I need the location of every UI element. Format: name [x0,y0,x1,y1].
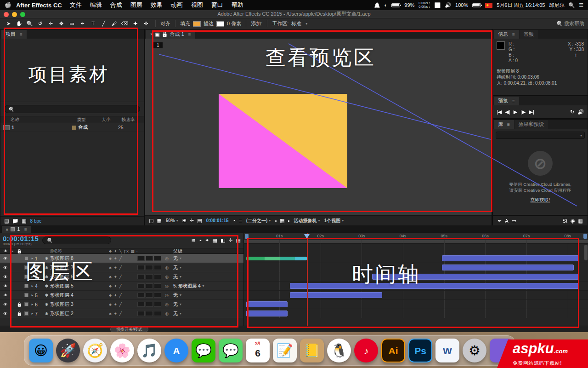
eye-toggle-icon[interactable]: 👁 [2,311,9,316]
parent-pickwhip-icon[interactable]: ◎ [163,284,170,288]
label-color-chip[interactable] [23,275,30,279]
timeline-bar-row-3[interactable] [244,272,588,282]
parent-pickwhip-icon[interactable]: ◎ [163,265,170,270]
timeline-bar-row-1[interactable] [244,254,588,263]
timeline-bar-row-6[interactable] [244,300,588,309]
spotlight-search-icon[interactable]: 🔍 [568,2,575,8]
layer-name[interactable]: 形状图层 5 [50,283,109,289]
navigator-handle-right[interactable] [583,234,587,239]
parent-pickwhip-icon[interactable]: ◎ [163,293,170,298]
blend-mode-boxes[interactable] [137,256,163,261]
toolbar-tool-5[interactable]: ✛ [46,21,56,27]
parent-pickwhip-icon[interactable]: ◎ [163,256,170,261]
panel-menu-icon[interactable]: ≡ [24,227,27,232]
parent-select[interactable]: 5. 形状图层 4▾ [170,283,243,289]
expand-arrow-icon[interactable]: ▸ [30,265,35,270]
mode-box[interactable] [146,311,153,316]
dock-netease-music[interactable]: ♪ [354,339,378,362]
menubar-item-6[interactable]: 动画 [171,1,183,9]
timeline-comp-tab[interactable]: × 1 ≡ [2,226,31,233]
zoom-window-button[interactable] [20,12,25,17]
mode-box[interactable] [137,265,145,270]
iconbar-left-icon-2[interactable]: A [505,218,508,224]
bit-depth-button[interactable]: 8 bpc [30,218,41,224]
timeline-bar-row-2[interactable] [244,263,588,272]
menubar-item-8[interactable]: 窗口 [211,1,223,9]
layer-duration-bar[interactable] [372,274,578,280]
dock-contacts[interactable]: 📒 [300,339,324,362]
eye-toggle-icon[interactable]: 👁 [2,284,9,288]
toolbar-tool-1[interactable]: ➤ [4,21,13,27]
mode-box[interactable] [146,274,153,279]
active-camera-select[interactable]: 活动摄像机▾ [294,218,320,224]
fill-label[interactable]: 填充 [180,20,190,27]
layer-duration-bar[interactable] [246,310,288,316]
dock-app-store[interactable]: A [164,339,188,362]
timeline-option-icon-2[interactable]: ◔ [199,238,202,243]
volume-icon[interactable]: 🔊 [445,2,451,8]
layer-duration-bar[interactable] [290,292,382,298]
label-color-chip[interactable] [23,256,30,260]
transport-icon-1[interactable]: |◀ [497,109,502,115]
dock-wechat[interactable]: 💬 [192,339,215,362]
dock-word[interactable]: W [435,339,459,362]
dock-photos[interactable]: 🌸 [110,339,134,362]
toolbar-tool-7[interactable]: ▭ [67,21,77,27]
timeline-scrollbar[interactable] [584,245,588,260]
current-time-indicator[interactable] [304,234,310,239]
timeline-option-icon-7[interactable]: ▤ [236,237,241,243]
help-search[interactable]: 🔍 搜索帮助 [556,20,584,27]
layer-duration-bar[interactable] [246,301,288,307]
timeline-option-icon-3[interactable]: ✦ [205,237,209,243]
dock-finder[interactable]: 😀 [29,339,53,362]
layer-switches[interactable]: ♣ ✦ ╱ [109,275,137,279]
viewer-status-mid-icon-3[interactable]: ▤ [197,218,202,224]
notification-bell-icon[interactable]: 🔔 [374,2,380,8]
toolbar-tool-9[interactable]: T [88,21,98,27]
navigator-handle-left[interactable] [245,234,249,239]
composition-canvas[interactable]: 1 [145,39,492,215]
input-language-flag-icon[interactable]: ✱ [485,3,492,8]
viewer-status-mid-icon-1[interactable]: ⊞ [182,218,187,224]
layer-row-2[interactable]: 👁▸2✱形状图层 7♣ ✦ ╱◎无▾ [0,263,243,272]
layer-row-5[interactable]: 👁▸5✱形状图层 4♣ ✦ ╱◎无▾ [0,291,243,300]
expand-arrow-icon[interactable]: ▸ [30,284,35,288]
dock-qq[interactable]: 🐧 [327,339,351,362]
transport-icon-2[interactable]: ◀| [505,109,510,115]
expand-arrow-icon[interactable]: ▸ [30,311,35,316]
layer-row-3[interactable]: 👁▸3✱形状图层 6♣ ✦ ╱◎无▾ [0,272,243,282]
add-label[interactable]: 添加: [251,20,262,27]
blend-mode-boxes[interactable] [137,302,163,307]
expand-arrow-icon[interactable]: ▸ [30,302,35,306]
timeline-bar-row-4[interactable] [244,282,588,291]
timeline-bar-row-7[interactable] [244,309,588,318]
expand-arrow-icon[interactable]: ▸ [30,256,35,260]
close-window-button[interactable] [4,12,9,17]
viewer-status-right-icon-1[interactable]: ▫ [275,218,277,224]
stroke-label[interactable]: 描边 [204,20,214,27]
lock-toggle-icon[interactable]: 🔒 [16,311,23,316]
source-name-header[interactable]: 源名称 [50,248,109,254]
project-footer-icon-2[interactable]: 📁 [12,218,18,224]
eye-toggle-icon[interactable]: 👁 [2,265,9,270]
layer-duration-bar[interactable] [290,283,578,289]
menubar-clock[interactable]: 5月6日 周五 16:14:05 [497,2,545,9]
lock-toggle-icon[interactable]: 🔒 [16,302,23,307]
stroke-width-value[interactable]: 0 像素 [227,20,241,27]
label-color-chip[interactable] [23,284,30,288]
layer-duration-bar[interactable] [442,255,578,261]
parent-header[interactable]: 父级 [170,248,243,254]
layer-switches[interactable]: ♣ ✦ ╱ [109,256,137,261]
layer-row-6[interactable]: 👁🔒▸6✱形状图层 3♣ ✦ ╱◎无▾ [0,300,243,309]
parent-select[interactable]: 无▾ [170,255,243,262]
eye-toggle-icon[interactable]: 👁 [2,256,9,261]
mode-box[interactable] [137,293,145,298]
mode-box[interactable] [137,274,145,279]
layer-name[interactable]: 形状图层 7 [50,264,109,271]
lock-icon[interactable]: 🔒 [162,30,168,39]
project-footer-icon-1[interactable]: ▤ [4,218,9,224]
timeline-track-area[interactable]: 01s02s03s04s05s06s07s08s [243,233,588,326]
preview-option-icon-1[interactable]: ↻ [570,109,574,115]
layer-switches[interactable]: ♣ ✦ ╱ [109,302,137,307]
resolution-select[interactable]: (二分之一)▾ [246,218,271,224]
